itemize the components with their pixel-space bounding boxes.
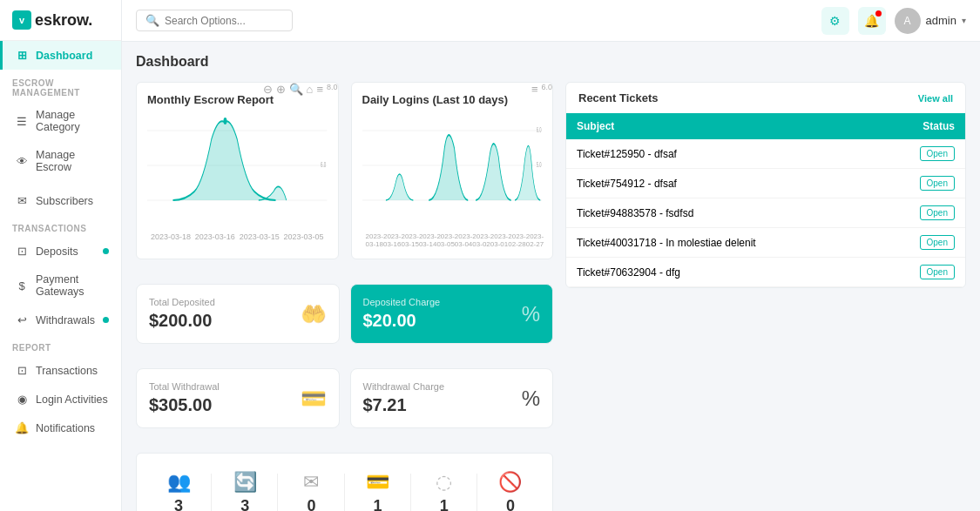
content-columns: Monthly Escrow Report ⊖ ⊕ 🔍 ⌂ ≡ 8.0 (136, 82, 966, 511)
sidebar-item-login-activities[interactable]: ◉ Login Activities (0, 385, 121, 414)
sidebar-item-transactions-label: Transactions (36, 365, 98, 377)
chevron-down-icon: ▾ (962, 16, 966, 25)
total-withdrawal-value: $305.00 (149, 395, 220, 415)
sidebar-item-subscribers[interactable]: ✉ Subscribers (0, 186, 121, 215)
daily-logins-svg: 6.0 5.0 (362, 113, 543, 226)
stats-row: Total Deposited $200.00 🤲 Deposited Char… (136, 284, 553, 344)
sidebar-item-manage-escrow-label: Manage Escrow (36, 149, 109, 173)
settings-button[interactable]: ⚙ (821, 7, 849, 35)
metrics-row: 👥 3 Total Users 🔄 3 Active Users ✉ 0 Ema… (136, 453, 553, 511)
ticket-subject: Ticket#40031718 - In molestiae delenit (566, 228, 878, 258)
deposited-charge-icon: % (522, 302, 540, 326)
total-withdrawal-info: Total Withdrawal $305.00 (149, 381, 220, 415)
total-users-icon: 👥 (145, 471, 212, 494)
total-withdrawal-card: Total Withdrawal $305.00 💳 (136, 368, 340, 428)
search-box[interactable]: 🔍 (136, 10, 293, 31)
content-area: Dashboard Monthly Escrow Report ⊖ ⊕ 🔍 (122, 42, 980, 511)
total-withdrawal-label: Total Withdrawal (149, 381, 220, 392)
svg-text:6.0: 6.0 (321, 160, 326, 169)
sidebar-item-withdrawals[interactable]: ↩ Withdrawals (0, 306, 121, 334)
col-status: Status (878, 113, 965, 139)
notification-dot (875, 10, 882, 17)
sidebar-item-subscribers-label: Subscribers (36, 195, 93, 207)
withdrawal-charge-icon: % (522, 387, 540, 411)
deposits-dot (103, 248, 109, 254)
daily-logins-chart: Daily Logins (Last 10 days) ≡ 6.0 (351, 82, 554, 259)
sidebar-item-dashboard[interactable]: ⊞ Dashboard (0, 41, 121, 70)
sidebar-item-notifications[interactable]: 🔔 Notifications (0, 414, 121, 442)
ticket-subject: Ticket#94883578 - fsdfsd (566, 198, 878, 228)
status-badge: Open (920, 146, 955, 161)
ticket-status: Open (878, 258, 965, 287)
metric-pending-withdrawals: 💳 1 Pending Withdrawals (345, 466, 411, 511)
daily-menu-icon[interactable]: ≡ (531, 83, 538, 96)
withdrawal-charge-label: Withdrawal Charge (363, 381, 445, 392)
x-label-4: 2023-03-05 (283, 232, 323, 241)
search-input[interactable] (165, 15, 278, 27)
logo-icon: v (12, 10, 31, 30)
x-label-1: 2023-03-18 (151, 232, 191, 241)
view-all-button[interactable]: View all (918, 93, 953, 104)
subscribers-icon: ✉ (15, 194, 29, 207)
table-row[interactable]: Ticket#754912 - dfsaf Open (566, 169, 965, 198)
zoom-out-icon[interactable]: ⊖ (263, 83, 273, 96)
table-row[interactable]: Ticket#70632904 - dfg Open (566, 258, 965, 287)
ticket-status: Open (878, 139, 965, 169)
deposited-charge-label: Deposited Charge (363, 297, 441, 307)
sidebar-item-deposits[interactable]: ⊡ Deposits (0, 237, 121, 266)
header-right: ⚙ 🔔 A admin ▾ (821, 7, 966, 35)
monthly-x-axis: 2023-03-18 2023-03-16 2023-03-15 2023-03… (147, 232, 328, 241)
sidebar-item-manage-category-label: Manage Category (36, 109, 109, 133)
sidebar-item-login-activities-label: Login Activities (36, 393, 108, 406)
admin-menu[interactable]: A admin ▾ (895, 8, 966, 34)
table-row[interactable]: Ticket#125950 - dfsaf Open (566, 139, 965, 169)
tickets-header: Recent Tickets View all (566, 83, 965, 113)
ticket-subject: Ticket#125950 - dfsaf (566, 139, 878, 169)
menu-icon[interactable]: ≡ (316, 83, 323, 96)
zoom-icon[interactable]: 🔍 (289, 83, 303, 96)
login-activities-icon: ◉ (15, 393, 29, 406)
table-row[interactable]: Ticket#40031718 - In molestiae delenit O… (566, 228, 965, 258)
table-row[interactable]: Ticket#94883578 - fsdfsd Open (566, 198, 965, 228)
admin-name: admin (926, 14, 956, 27)
payment-gateways-icon: $ (15, 279, 29, 292)
manage-escrow-icon: 👁 (15, 155, 29, 168)
deposited-icon: 🤲 (301, 302, 327, 326)
pending-withdrawals-icon: 💳 (345, 471, 411, 494)
monthly-escrow-svg: 7 6.0 (147, 113, 328, 226)
active-users-value: 3 (212, 497, 278, 511)
total-users-value: 3 (145, 497, 212, 511)
nav-section-escrow-management: ESCROW MANAGEMENT (0, 70, 121, 101)
chart-controls-monthly: ⊖ ⊕ 🔍 ⌂ ≡ 8.0 (263, 83, 338, 96)
pending-deposits-value: 1 (411, 497, 477, 511)
notifications-button[interactable]: 🔔 (858, 7, 886, 35)
withdrawal-icon: 💳 (301, 387, 327, 411)
ticket-status: Open (878, 169, 965, 198)
email-unverified-icon: ✉ (278, 471, 344, 494)
rejected-deposits-value: 0 (477, 497, 544, 511)
daily-logins-title: Daily Logins (Last 10 days) (362, 93, 509, 106)
svg-text:5.0: 5.0 (536, 160, 541, 168)
status-badge: Open (920, 265, 955, 279)
sidebar-item-payment-gateways-label: Payment Gateways (36, 273, 109, 298)
home-icon[interactable]: ⌂ (307, 83, 314, 96)
monthly-escrow-title: Monthly Escrow Report (147, 93, 274, 106)
zoom-in-icon[interactable]: ⊕ (276, 83, 286, 96)
sidebar-item-payment-gateways[interactable]: $ Payment Gateways (0, 266, 121, 306)
sidebar-item-manage-category[interactable]: ☰ Manage Category (0, 101, 121, 141)
withdrawals-icon: ↩ (15, 313, 29, 326)
page-title: Dashboard (136, 54, 966, 70)
transactions-icon: ⊡ (15, 364, 29, 377)
metric-active-users: 🔄 3 Active Users (212, 466, 278, 511)
sidebar-item-manage-escrow[interactable]: 👁 Manage Escrow (0, 141, 121, 181)
status-badge: Open (920, 176, 955, 191)
monthly-escrow-chart: Monthly Escrow Report ⊖ ⊕ 🔍 ⌂ ≡ 8.0 (136, 82, 339, 259)
sidebar-item-transactions[interactable]: ⊡ Transactions (0, 356, 121, 385)
main-area: 🔍 ⚙ 🔔 A admin ▾ Dashboard (122, 0, 980, 511)
sidebar-item-withdrawals-label: Withdrawals (36, 314, 95, 326)
left-panel: Monthly Escrow Report ⊖ ⊕ 🔍 ⌂ ≡ 8.0 (136, 82, 553, 511)
withdrawals-dot (103, 317, 109, 323)
pending-withdrawals-value: 1 (345, 497, 411, 511)
tickets-title: Recent Tickets (578, 91, 659, 104)
stats-row-2: Total Withdrawal $305.00 💳 Withdrawal Ch… (136, 368, 553, 428)
